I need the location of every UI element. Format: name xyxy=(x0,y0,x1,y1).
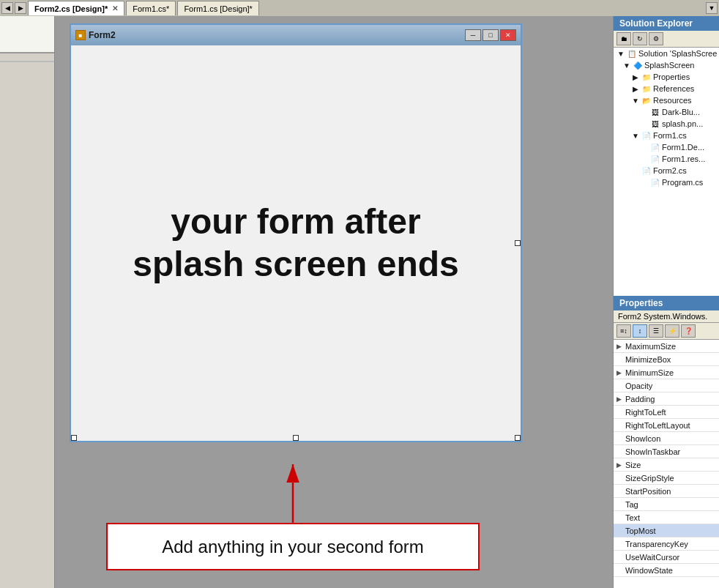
annotation-area: Add anything in your second form xyxy=(70,442,522,574)
solution-tree[interactable]: ▼ 📋 Solution 'SplashScree ▼ 🔷 SplashScre… xyxy=(614,48,719,296)
prop-maximum-size[interactable]: ▶ MaximumSize xyxy=(614,340,719,353)
form-titlebar: ■ Form2 ─ □ ✕ xyxy=(71,25,521,45)
prop-show-icon[interactable]: ShowIcon xyxy=(614,432,719,445)
resize-handle-corner-bl[interactable] xyxy=(71,435,77,441)
form-body: your form aftersplash screen ends xyxy=(71,45,521,441)
image-icon: 🖼 xyxy=(650,107,660,117)
close-button[interactable]: ✕ xyxy=(500,29,516,41)
solution-label: Solution 'SplashScree xyxy=(638,49,717,58)
minimize-button[interactable]: ─ xyxy=(465,29,481,41)
tree-label: Resources xyxy=(653,96,692,105)
solution-explorer-title: Solution Explorer xyxy=(619,18,693,29)
resize-handle-bottom[interactable] xyxy=(293,435,299,441)
tree-label: Dark-Blu... xyxy=(662,108,700,116)
properties-toolbar: ≡↕ ↕ ☰ ⚡ ❓ xyxy=(614,323,719,340)
folder-icon: 📁 xyxy=(641,72,652,82)
tab-dropdown-btn[interactable]: ▼ xyxy=(706,2,718,14)
props-btn-categorized[interactable]: ≡↕ xyxy=(616,324,631,338)
project-label: SplashScreen xyxy=(644,61,695,70)
prop-size-grip[interactable]: SizeGripStyle xyxy=(614,472,719,485)
prop-size[interactable]: ▶ Size xyxy=(614,458,719,472)
main-area: ■ Form2 ─ □ ✕ your form aftersplash scre… xyxy=(0,16,719,588)
expand-icon: ▶ xyxy=(631,72,640,81)
tree-item-resources[interactable]: ▼ 📂 Resources xyxy=(614,94,719,106)
prop-start-position[interactable]: StartPosition xyxy=(614,485,719,498)
tree-item-form1de[interactable]: 📄 Form1.De... xyxy=(614,141,719,153)
prop-right-to-left[interactable]: RightToLeft xyxy=(614,406,719,419)
prop-opacity[interactable]: Opacity xyxy=(614,379,719,392)
form-icon: ■ xyxy=(75,30,86,40)
se-btn-1[interactable]: 🖿 xyxy=(616,32,631,45)
tree-item-form1res[interactable]: 📄 Form1.res... xyxy=(614,153,719,165)
tree-label: Form2.cs xyxy=(653,166,687,175)
annotation-text: Add anything in your second form xyxy=(162,537,424,557)
file-icon: 📄 xyxy=(650,142,660,152)
form-window: ■ Form2 ─ □ ✕ your form aftersplash scre… xyxy=(70,23,522,442)
cs-icon: 📄 xyxy=(641,165,652,176)
tab-form1-design[interactable]: Form1.cs [Design]* xyxy=(177,1,259,15)
folder-open-icon: 📂 xyxy=(641,95,652,105)
tab-scroll-right[interactable]: ▶ xyxy=(15,2,26,14)
tree-item-references[interactable]: ▶ 📁 References xyxy=(614,83,719,94)
solution-icon: 📋 xyxy=(627,48,637,59)
tab-form2-design[interactable]: Form2.cs [Design]* ✕ xyxy=(28,1,124,15)
prop-minimize-box[interactable]: MinimizeBox xyxy=(614,353,719,366)
folder-icon: 📁 xyxy=(641,83,652,94)
props-btn-grid[interactable]: ☰ xyxy=(649,324,663,338)
tree-label: Program.cs xyxy=(662,178,703,187)
tree-project[interactable]: ▼ 🔷 SplashScreen xyxy=(614,59,719,71)
resize-handle-corner[interactable] xyxy=(515,435,521,441)
prop-padding[interactable]: ▶ Padding xyxy=(614,392,719,406)
tree-solution-root[interactable]: ▼ 📋 Solution 'SplashScree xyxy=(614,48,719,59)
prop-minimum-size[interactable]: ▶ MinimumSize xyxy=(614,366,719,379)
prop-window-state[interactable]: WindowState xyxy=(614,564,719,577)
prop-use-wait-cursor[interactable]: UseWaitCursor xyxy=(614,551,719,564)
maximize-button[interactable]: □ xyxy=(483,29,499,41)
expand-icon xyxy=(640,178,649,187)
right-panel: Solution Explorer 🖿 ↻ ⚙ ▼ 📋 Solution 'Sp… xyxy=(613,16,719,588)
props-btn-help[interactable]: ❓ xyxy=(681,324,696,338)
props-btn-events[interactable]: ⚡ xyxy=(665,324,679,338)
properties-list[interactable]: ▶ MaximumSize MinimizeBox ▶ MinimumSize … xyxy=(614,340,719,588)
solution-explorer-header: Solution Explorer xyxy=(614,16,719,31)
tree-label: Form1.De... xyxy=(662,143,704,152)
prop-top-most[interactable]: TopMost xyxy=(614,524,719,537)
tree-label: Properties xyxy=(653,72,690,81)
tab-form2-design-label: Form2.cs [Design]* xyxy=(34,4,108,13)
expand-icon xyxy=(640,119,649,128)
props-btn-alphabetical[interactable]: ↕ xyxy=(633,324,647,338)
tree-item-splash[interactable]: 🖼 splash.pn... xyxy=(614,118,719,130)
file-icon: 📄 xyxy=(650,154,660,164)
expand-icon: ▶ xyxy=(616,369,625,376)
tab-form2-design-close[interactable]: ✕ xyxy=(112,4,118,12)
form-content-text: your form aftersplash screen ends xyxy=(133,201,459,285)
expand-icon xyxy=(640,143,649,152)
design-canvas[interactable]: ■ Form2 ─ □ ✕ your form aftersplash scre… xyxy=(55,16,613,588)
tab-form1-cs[interactable]: Form1.cs* xyxy=(126,1,176,15)
tab-scroll-left[interactable]: ◀ xyxy=(1,2,13,14)
expand-icon: ▼ xyxy=(616,49,625,58)
prop-tag[interactable]: Tag xyxy=(614,498,719,511)
prop-show-in-taskbar[interactable]: ShowInTaskbar xyxy=(614,445,719,458)
expand-icon: ▶ xyxy=(616,343,625,350)
resize-handle-right[interactable] xyxy=(515,240,521,246)
tree-item-properties[interactable]: ▶ 📁 Properties xyxy=(614,71,719,83)
prop-transparency-key[interactable]: TransparencyKey xyxy=(614,537,719,551)
annotation-box: Add anything in your second form xyxy=(106,523,480,570)
tree-item-form1cs[interactable]: ▼ 📄 Form1.cs xyxy=(614,130,719,141)
se-btn-2[interactable]: ↻ xyxy=(633,32,647,45)
properties-subtitle: Form2 System.Windows. xyxy=(614,310,719,323)
expand-icon: ▶ xyxy=(631,84,640,93)
expand-icon xyxy=(640,108,649,116)
tree-item-dark-blue[interactable]: 🖼 Dark-Blu... xyxy=(614,106,719,118)
solution-explorer-toolbar: 🖿 ↻ ⚙ xyxy=(614,31,719,48)
sidebar-top-panel xyxy=(0,16,54,53)
prop-rtl-layout[interactable]: RightToLeftLayout xyxy=(614,419,719,432)
cs-icon: 📄 xyxy=(650,177,660,187)
tab-form1-cs-label: Form1.cs* xyxy=(133,4,169,13)
prop-text[interactable]: Text xyxy=(614,511,719,524)
tree-label: Form1.res... xyxy=(662,155,705,163)
tree-item-programcs[interactable]: 📄 Program.cs xyxy=(614,176,719,188)
tree-item-form2cs[interactable]: 📄 Form2.cs xyxy=(614,165,719,176)
se-btn-3[interactable]: ⚙ xyxy=(649,32,663,45)
